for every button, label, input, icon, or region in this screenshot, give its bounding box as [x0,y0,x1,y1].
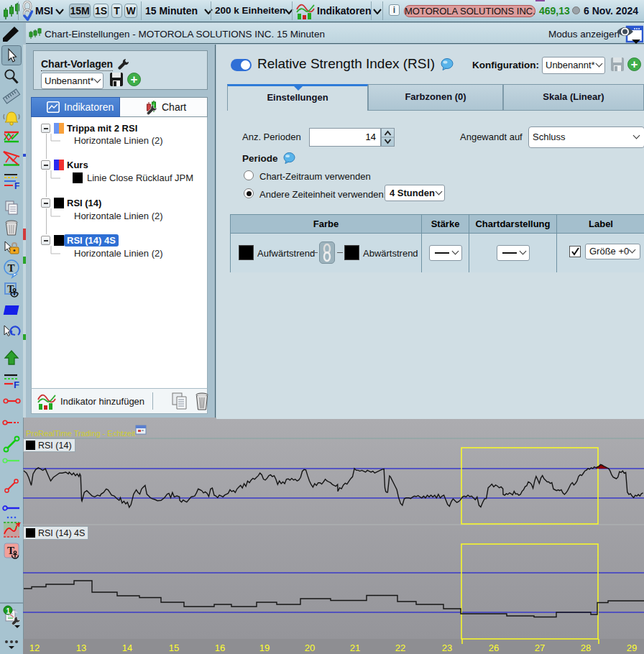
svg-text:T: T [8,262,15,274]
svg-text:F: F [14,379,19,390]
svg-text:F: F [14,181,19,191]
svg-text:1: 1 [6,607,11,615]
